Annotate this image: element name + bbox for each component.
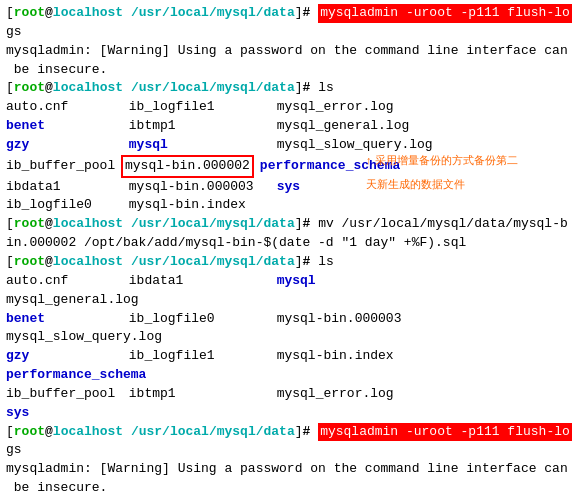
line-gs-2: gs [6,441,575,460]
file2-ibdata1: ibdata1 [129,272,269,291]
file2-ib-buffer-pool: ib_buffer_pool [6,385,121,404]
annotation-text-1: 天新生成的数据文件 [366,177,465,193]
file-listing-1: auto.cnf ib_logfile1 mysql_error.log ben… [6,98,575,215]
file2-mysql-slow-query-log: mysql_slow_query.log [6,328,171,347]
prompt-1: [root@localhost /usr/local/mysql/data]# [6,4,310,23]
file-ib-buffer-pool: ib_buffer_pool [6,157,121,176]
ls2-row-1: auto.cnf ibdata1 mysql mysql_general.log [6,272,575,310]
line-3: mysqladmin: [Warning] Using a password o… [6,42,575,61]
file-ibdata1: ibdata1 [6,178,121,197]
file2-mysql-bin-index: mysql-bin.index [277,347,417,366]
line-ls-2: [root@localhost /usr/local/mysql/data]# … [6,253,575,272]
line-1: [root@localhost /usr/local/mysql/data]# … [6,4,575,23]
ls2-row-2: benet ib_logfile0 mysql-bin.000003 mysql… [6,310,575,348]
file-ib-logfile1: ib_logfile1 [129,98,269,117]
prompt-5: [root@localhost /usr/local/mysql/data]# [6,423,310,442]
file-mysql: mysql [129,136,269,155]
file-listing-2: auto.cnf ibdata1 mysql mysql_general.log… [6,272,575,423]
cmd-ls-2: ls [310,253,333,272]
cmd-ls-1: ls [310,79,333,98]
ls-row-1: auto.cnf ib_logfile1 mysql_error.log [6,98,575,117]
warning2-text-2: be insecure. [6,480,107,495]
line-warning2-2: be insecure. [6,479,575,498]
ls-row-4: ib_buffer_pool mysql-bin.000002 performa… [6,155,575,178]
file2-mysql: mysql [277,272,417,291]
annotation-arrow-1: ↑ 采用增量备份的方式备份第二 [366,153,518,169]
file2-mysql-bin-000003: mysql-bin.000003 [277,310,417,329]
ls-row-2: benet ibtmp1 mysql_general.log [6,117,575,136]
cmd-1 [310,4,318,23]
line-mv-2: in.000002 /opt/bak/add/mysql-bin-$(date … [6,234,575,253]
cmd-highlight-2: mysqladmin -uroot -p111 flush-lo [318,423,572,442]
cmd-highlight-1: mysqladmin -uroot -p111 flush-lo [318,4,572,23]
file2-mysql-error-log: mysql_error.log [277,385,417,404]
file2-ib-logfile0: ib_logfile0 [129,310,269,329]
file2-benet: benet [6,310,121,329]
line-warning2-1: mysqladmin: [Warning] Using a password o… [6,460,575,479]
warning-text-1: mysqladmin: [Warning] Using a password o… [6,43,568,58]
file-mysql-error-log: mysql_error.log [277,98,442,117]
file-mysql-general-log: mysql_general.log [277,117,442,136]
ls2-row-4: ib_buffer_pool ibtmp1 mysql_error.log sy… [6,385,575,423]
prompt-2: [root@localhost /usr/local/mysql/data]# [6,79,310,98]
prompt-3: [root@localhost /usr/local/mysql/data]# [6,215,310,234]
line-2: gs [6,23,575,42]
ls2-row-3: gzy ib_logfile1 mysql-bin.index performa… [6,347,575,385]
cmd-mv: mv /usr/local/mysql/data/mysql-b [310,215,567,234]
file2-ib-logfile1: ib_logfile1 [129,347,269,366]
cmd-space-2 [310,423,318,442]
file-mysql-bin-000002-box: mysql-bin.000002 [121,155,254,178]
line-mv: [root@localhost /usr/local/mysql/data]# … [6,215,575,234]
warning-text-2: be insecure. [6,62,107,77]
file2-gzy: gzy [6,347,121,366]
ls-row-5: ibdata1 mysql-bin.000003 sys 天新生成的数据文件 [6,178,575,197]
cmd-mv-cont: in.000002 /opt/bak/add/mysql-bin-$(date … [6,235,466,250]
file-mysql-bin-000003: mysql-bin.000003 [129,178,269,197]
prompt-4: [root@localhost /usr/local/mysql/data]# [6,253,310,272]
file2-auto-cnf: auto.cnf [6,272,121,291]
file2-perf-schema: performance_schema [6,366,171,385]
warning2-text-1: mysqladmin: [Warning] Using a password o… [6,461,568,476]
ls-row-6: ib_logfile0 mysql-bin.index [6,196,575,215]
file-ibtmp1: ibtmp1 [129,117,269,136]
text-gs-1: gs [6,24,22,39]
file-benet: benet [6,117,121,136]
line-4: be insecure. [6,61,575,80]
file-mysql-bin-index: mysql-bin.index [129,196,269,215]
terminal: [root@localhost /usr/local/mysql/data]# … [0,0,581,500]
file2-mysql-general-log: mysql_general.log [6,291,171,310]
file-ib-logfile0: ib_logfile0 [6,196,121,215]
file-gzy: gzy [6,136,121,155]
line-flush-2: [root@localhost /usr/local/mysql/data]# … [6,423,575,442]
file2-sys: sys [6,404,171,423]
file2-ibtmp1: ibtmp1 [129,385,269,404]
file-auto-cnf: auto.cnf [6,98,121,117]
text-gs-2: gs [6,442,22,457]
line-5: [root@localhost /usr/local/mysql/data]# … [6,79,575,98]
